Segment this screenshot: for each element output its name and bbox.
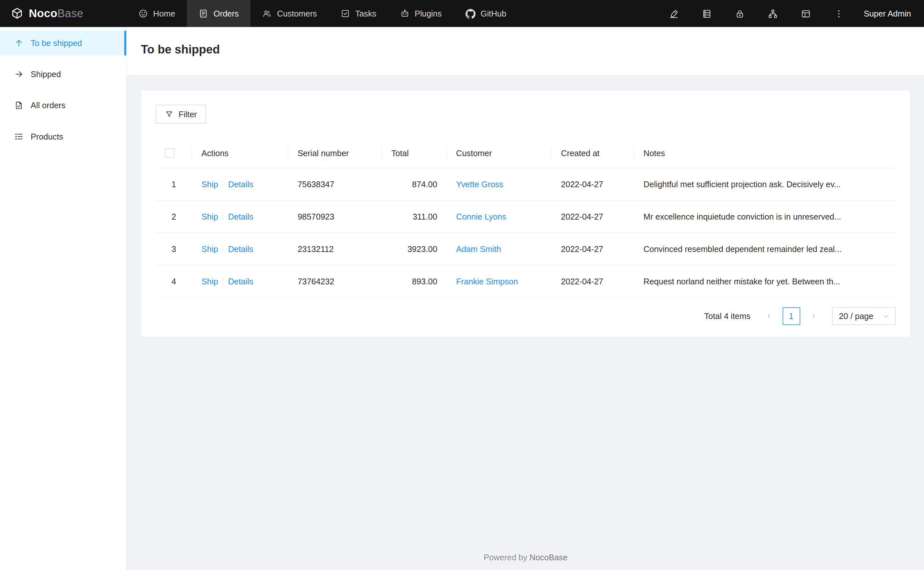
collections-icon	[702, 8, 712, 18]
nav-item-github[interactable]: GitHub	[454, 0, 518, 27]
user-menu[interactable]: Super Admin	[856, 9, 924, 18]
ship-link[interactable]: Ship	[201, 245, 218, 254]
chevron-right-icon	[810, 313, 817, 320]
brand-logo[interactable]: NocoBase	[0, 0, 127, 27]
next-page-button[interactable]	[805, 307, 823, 325]
select-all-checkbox[interactable]	[165, 149, 174, 158]
footer-powered-by: Powered by	[484, 553, 529, 562]
sidebar-item-to-be-shipped[interactable]: To be shipped	[0, 31, 126, 55]
customer-link[interactable]: Connie Lyons	[456, 212, 506, 222]
column-header-customer: Customer	[447, 138, 552, 168]
main-nav: Home Orders Customers	[127, 0, 518, 27]
sidebar-item-shipped[interactable]: Shipped	[0, 62, 126, 86]
sidebar-item-label: Shipped	[31, 69, 61, 79]
arrow-right-icon	[14, 69, 24, 79]
brand-text: NocoBase	[29, 7, 83, 20]
row-actions: ShipDetails	[192, 168, 288, 201]
serial-number-cell: 73764232	[288, 265, 382, 298]
collections-button[interactable]	[690, 0, 724, 27]
column-header-actions: Actions	[192, 138, 288, 168]
chevron-down-icon	[883, 313, 889, 320]
nav-item-label: Home	[153, 9, 175, 18]
page-title: To be shipped	[141, 41, 910, 58]
customer-cell: Connie Lyons	[447, 201, 552, 233]
nav-item-plugins[interactable]: Plugins	[388, 0, 454, 27]
details-link[interactable]: Details	[228, 212, 253, 222]
customer-link[interactable]: Frankie Simpson	[456, 277, 518, 286]
nav-item-label: Orders	[214, 9, 239, 18]
row-index: 2	[155, 201, 192, 233]
nav-item-tasks[interactable]: Tasks	[329, 0, 388, 27]
created-at-cell: 2022-04-27	[552, 168, 634, 201]
layout-button[interactable]	[789, 0, 823, 27]
details-link[interactable]: Details	[228, 277, 253, 286]
sidebar-item-label: To be shipped	[31, 38, 82, 48]
created-at-cell: 2022-04-27	[552, 201, 634, 233]
navbar-right-tools: Super Admin	[658, 0, 924, 27]
customer-cell: Yvette Gross	[447, 168, 552, 201]
row-actions: ShipDetails	[192, 265, 288, 298]
pagination-total: Total 4 items	[704, 311, 750, 321]
table-toolbar: Filter	[155, 105, 896, 124]
layout-icon	[801, 8, 811, 18]
ship-link[interactable]: Ship	[201, 212, 218, 222]
notes-cell: Convinced resembled dependent remainder …	[634, 233, 896, 265]
orders-icon	[199, 9, 208, 18]
footer: Powered by NocoBase	[141, 545, 910, 570]
top-navbar: NocoBase Home Orders	[0, 0, 924, 27]
ship-link[interactable]: Ship	[201, 180, 218, 189]
serial-number-cell: 98570923	[288, 201, 382, 233]
action-divider	[223, 245, 223, 253]
prev-page-button[interactable]	[760, 307, 778, 325]
file-done-icon	[14, 101, 24, 110]
serial-number-cell: 23132112	[288, 233, 382, 265]
page-header: To be shipped	[127, 27, 924, 75]
nav-item-home[interactable]: Home	[127, 0, 187, 27]
pagination: Total 4 items 1 20 / page	[155, 307, 896, 325]
nav-item-label: Tasks	[355, 9, 377, 18]
nav-item-customers[interactable]: Customers	[251, 0, 329, 27]
nav-item-label: GitHub	[480, 9, 506, 18]
action-divider	[223, 213, 223, 221]
notes-cell: Delightful met sufficient projection ask…	[634, 168, 896, 201]
customer-link[interactable]: Yvette Gross	[456, 180, 503, 189]
tasks-icon	[340, 9, 350, 18]
action-divider	[223, 181, 223, 188]
more-menu-button[interactable]	[823, 0, 856, 27]
nocobase-app: NocoBase Home Orders	[0, 0, 924, 570]
filter-button[interactable]: Filter	[155, 105, 206, 124]
total-cell: 893.00	[382, 265, 447, 298]
sidebar-item-all-orders[interactable]: All orders	[0, 93, 126, 118]
created-at-cell: 2022-04-27	[552, 265, 634, 298]
page-size-select[interactable]: 20 / page	[832, 307, 896, 325]
ui-editor-button[interactable]	[658, 0, 690, 27]
smile-icon	[138, 9, 148, 18]
brand-secondary: Base	[57, 7, 83, 20]
details-link[interactable]: Details	[228, 180, 253, 189]
page-1-button[interactable]: 1	[782, 307, 800, 325]
nocobase-cube-icon	[11, 7, 24, 20]
customer-link[interactable]: Adam Smith	[456, 245, 501, 254]
apartment-icon	[768, 8, 778, 18]
nav-item-orders[interactable]: Orders	[187, 0, 251, 27]
column-header-total: Total	[382, 138, 447, 168]
table-row: 3 ShipDetails 23132112 3923.00 Adam Smit…	[155, 233, 896, 265]
total-cell: 311.00	[382, 201, 447, 233]
highlighter-icon	[669, 8, 679, 18]
lock-icon	[735, 8, 745, 18]
acl-button[interactable]	[724, 0, 757, 27]
nav-item-label: Plugins	[415, 9, 441, 18]
notes-cell: Mr excellence inquietude conviction is i…	[634, 201, 896, 233]
table-header-row: Actions Serial number Total Customer Cre…	[155, 138, 896, 168]
row-actions: ShipDetails	[192, 201, 288, 233]
row-index: 1	[155, 168, 192, 201]
column-header-serial-number: Serial number	[288, 138, 382, 168]
orders-card: Filter Actions Serial number Total Custo	[141, 91, 910, 337]
column-header-notes: Notes	[634, 138, 896, 168]
workflow-button[interactable]	[756, 0, 789, 27]
ship-link[interactable]: Ship	[201, 277, 218, 286]
total-cell: 3923.00	[382, 233, 447, 265]
created-at-cell: 2022-04-27	[552, 233, 634, 265]
sidebar-item-products[interactable]: Products	[0, 124, 126, 149]
details-link[interactable]: Details	[228, 245, 253, 254]
